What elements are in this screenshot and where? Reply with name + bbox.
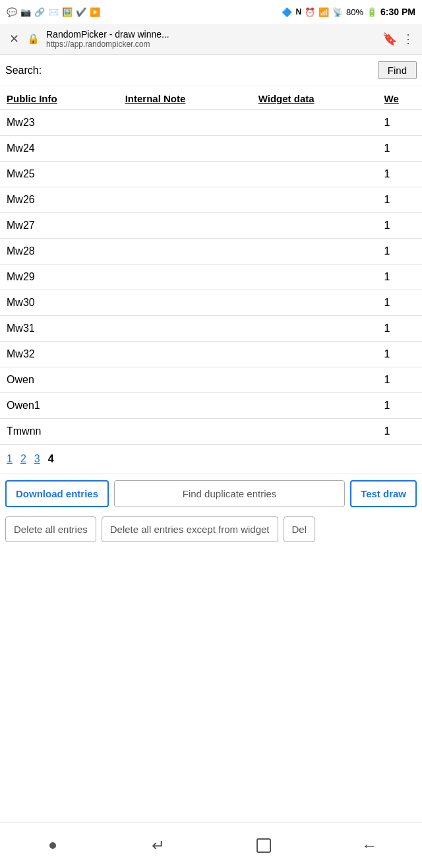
signal-icon: 📡 bbox=[332, 7, 343, 17]
table-row[interactable]: Mw27 1 bbox=[0, 213, 422, 239]
cell-widget-data bbox=[252, 419, 378, 445]
cell-weight: 1 bbox=[378, 213, 422, 239]
browser-title-area: RandomPicker - draw winne... https://app… bbox=[46, 29, 376, 49]
entries-table: Public Info Internal Note Widget data We… bbox=[0, 86, 422, 445]
browser-title: RandomPicker - draw winne... bbox=[46, 29, 376, 40]
cell-weight: 1 bbox=[378, 342, 422, 367]
page-link-2[interactable]: 2 bbox=[20, 453, 26, 465]
download-entries-button[interactable]: Download entries bbox=[5, 480, 109, 507]
cell-weight: 1 bbox=[378, 290, 422, 316]
return-icon: ↵ bbox=[152, 836, 165, 855]
cell-widget-data bbox=[252, 187, 378, 213]
cell-public-info: Owen bbox=[0, 367, 119, 393]
cell-widget-data bbox=[252, 162, 378, 187]
col-header-public-info[interactable]: Public Info bbox=[0, 86, 119, 110]
find-button[interactable]: Find bbox=[378, 61, 417, 79]
cell-internal-note bbox=[119, 136, 252, 162]
actions-row2: Delete all entries Delete all entries ex… bbox=[0, 514, 422, 549]
entries-table-container: Public Info Internal Note Widget data We… bbox=[0, 86, 422, 445]
table-row[interactable]: Mw32 1 bbox=[0, 342, 422, 367]
find-duplicate-entries-button[interactable]: Find duplicate entries bbox=[114, 480, 345, 507]
cell-widget-data bbox=[252, 290, 378, 316]
bluetooth-icon: 🔷 bbox=[282, 7, 292, 17]
pagination: 1234 bbox=[0, 445, 422, 473]
bottom-return-button[interactable]: ↵ bbox=[138, 832, 178, 859]
delete-except-widget-button[interactable]: Delete all entries except from widget bbox=[102, 516, 278, 542]
cell-public-info: Mw31 bbox=[0, 316, 119, 342]
col-header-internal-note[interactable]: Internal Note bbox=[119, 86, 252, 110]
table-row[interactable]: Mw28 1 bbox=[0, 239, 422, 264]
battery-percent: 80% bbox=[346, 7, 363, 17]
browser-url: https://app.randompicker.com bbox=[46, 40, 376, 49]
table-row[interactable]: Owen 1 bbox=[0, 367, 422, 393]
cell-weight: 1 bbox=[378, 187, 422, 213]
cell-public-info: Mw32 bbox=[0, 342, 119, 367]
table-row[interactable]: Mw26 1 bbox=[0, 187, 422, 213]
nfc-icon: N bbox=[295, 7, 301, 16]
search-input[interactable] bbox=[47, 65, 373, 77]
cell-public-info: Mw23 bbox=[0, 110, 119, 136]
cell-internal-note bbox=[119, 110, 252, 136]
cell-internal-note bbox=[119, 162, 252, 187]
table-row[interactable]: Mw29 1 bbox=[0, 264, 422, 290]
cell-public-info: Mw28 bbox=[0, 239, 119, 264]
dot-icon bbox=[49, 842, 56, 849]
video-icon: ▶️ bbox=[90, 7, 100, 17]
cell-public-info: Mw29 bbox=[0, 264, 119, 290]
cell-widget-data bbox=[252, 342, 378, 367]
browser-menu-button[interactable]: ⋮ bbox=[402, 32, 414, 46]
bottom-square-button[interactable] bbox=[244, 832, 284, 859]
browser-bar: ✕ 🔒 RandomPicker - draw winne... https:/… bbox=[0, 24, 422, 55]
cell-widget-data bbox=[252, 136, 378, 162]
cell-public-info: Mw24 bbox=[0, 136, 119, 162]
cell-weight: 1 bbox=[378, 264, 422, 290]
cell-weight: 1 bbox=[378, 419, 422, 445]
wifi-icon: 📶 bbox=[318, 7, 329, 17]
bottom-back-button[interactable]: ← bbox=[349, 832, 389, 859]
cell-internal-note bbox=[119, 419, 252, 445]
page-link-3[interactable]: 3 bbox=[34, 453, 40, 465]
search-bar: Search: Find bbox=[0, 55, 422, 86]
cell-widget-data bbox=[252, 393, 378, 419]
delete-all-entries-button[interactable]: Delete all entries bbox=[5, 516, 96, 542]
col-header-weight[interactable]: We bbox=[378, 86, 422, 110]
cell-weight: 1 bbox=[378, 316, 422, 342]
cell-weight: 1 bbox=[378, 393, 422, 419]
square-icon bbox=[256, 838, 271, 853]
table-row[interactable]: Tmwnn 1 bbox=[0, 419, 422, 445]
cell-weight: 1 bbox=[378, 162, 422, 187]
bookmark-button[interactable]: 🔖 bbox=[382, 32, 397, 46]
cell-public-info: Tmwnn bbox=[0, 419, 119, 445]
table-row[interactable]: Owen1 1 bbox=[0, 393, 422, 419]
table-row[interactable]: Mw31 1 bbox=[0, 316, 422, 342]
bottom-dot-button[interactable] bbox=[33, 832, 73, 859]
cell-internal-note bbox=[119, 187, 252, 213]
table-row[interactable]: Mw24 1 bbox=[0, 136, 422, 162]
lock-icon: 🔒 bbox=[27, 33, 40, 45]
browser-close-button[interactable]: ✕ bbox=[8, 30, 20, 47]
alarm-icon: ⏰ bbox=[305, 7, 315, 17]
delete-more-button[interactable]: Del bbox=[284, 516, 316, 542]
cell-internal-note bbox=[119, 393, 252, 419]
cell-widget-data bbox=[252, 367, 378, 393]
status-icons-left: 💬 📷 🔗 ✉️ 🖼️ ✔️ ▶️ bbox=[7, 7, 100, 17]
cell-public-info: Mw25 bbox=[0, 162, 119, 187]
cell-widget-data bbox=[252, 239, 378, 264]
page-link-1[interactable]: 1 bbox=[7, 453, 13, 465]
test-draw-button[interactable]: Test draw bbox=[350, 480, 417, 507]
cell-internal-note bbox=[119, 213, 252, 239]
check-icon: ✔️ bbox=[76, 7, 86, 17]
status-bar: 💬 📷 🔗 ✉️ 🖼️ ✔️ ▶️ 🔷 N ⏰ 📶 📡 80% 🔋 6:30 P… bbox=[0, 0, 422, 24]
cell-widget-data bbox=[252, 264, 378, 290]
table-row[interactable]: Mw23 1 bbox=[0, 110, 422, 136]
cell-public-info: Mw30 bbox=[0, 290, 119, 316]
cell-internal-note bbox=[119, 316, 252, 342]
col-header-widget-data[interactable]: Widget data bbox=[252, 86, 378, 110]
table-row[interactable]: Mw30 1 bbox=[0, 290, 422, 316]
table-row[interactable]: Mw25 1 bbox=[0, 162, 422, 187]
cell-public-info: Mw27 bbox=[0, 213, 119, 239]
actions-row1: Download entries Find duplicate entries … bbox=[0, 473, 422, 514]
bottom-navigation: ↵ ← bbox=[0, 822, 422, 868]
table-header-row: Public Info Internal Note Widget data We bbox=[0, 86, 422, 110]
cell-weight: 1 bbox=[378, 367, 422, 393]
